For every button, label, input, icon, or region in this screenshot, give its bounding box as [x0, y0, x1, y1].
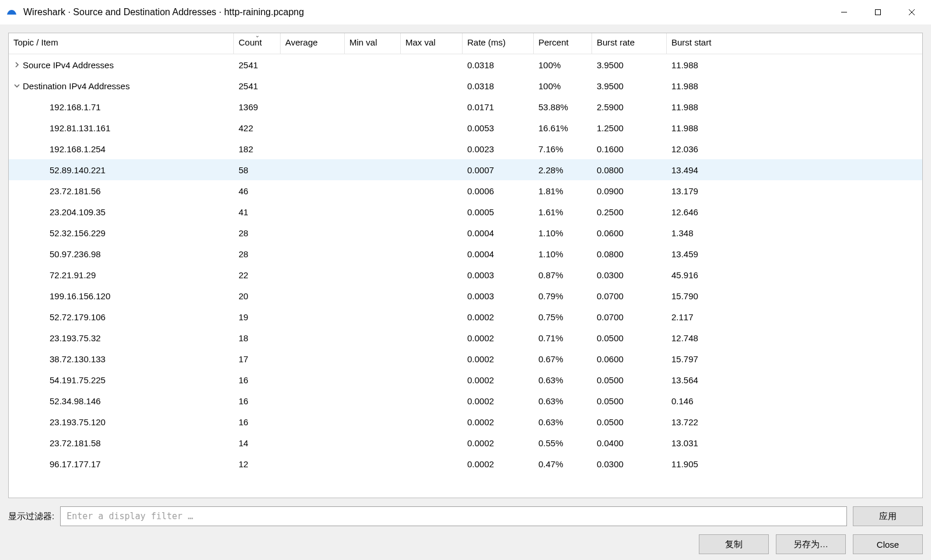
table-row[interactable]: 52.89.140.221580.00072.28%0.080013.494 — [9, 159, 922, 180]
column-burststart[interactable]: Burst start — [667, 33, 783, 54]
cell-count: 12 — [234, 459, 281, 469]
cell-bstart: 11.905 — [667, 459, 783, 469]
chevron-right-icon[interactable] — [11, 62, 23, 68]
cell-count: 16 — [234, 396, 281, 406]
column-maxval[interactable]: Max val — [401, 33, 463, 54]
column-minval[interactable]: Min val — [345, 33, 401, 54]
table-row[interactable]: 23.72.181.56460.00061.81%0.090013.179 — [9, 180, 922, 201]
display-filter-input[interactable] — [60, 506, 847, 526]
cell-pct: 0.47% — [534, 459, 592, 469]
cell-pct: 0.63% — [534, 375, 592, 385]
topic-label: 192.168.1.254 — [50, 144, 106, 154]
cell-topic: 192.168.1.254 — [9, 144, 234, 154]
table-row[interactable]: 192.168.1.2541820.00237.16%0.160012.036 — [9, 138, 922, 159]
table-row[interactable]: 199.16.156.120200.00030.79%0.070015.790 — [9, 285, 922, 306]
cell-topic: 23.193.75.120 — [9, 417, 234, 427]
table-row[interactable]: 52.34.98.146160.00020.63%0.05000.146 — [9, 390, 922, 411]
cell-brate: 0.0800 — [592, 165, 667, 175]
cell-bstart: 12.748 — [667, 333, 783, 343]
table-row[interactable]: 23.193.75.32180.00020.71%0.050012.748 — [9, 327, 922, 348]
cell-bstart: 13.564 — [667, 375, 783, 385]
cell-brate: 2.5900 — [592, 102, 667, 112]
cell-count: 28 — [234, 249, 281, 259]
cell-pct: 0.63% — [534, 417, 592, 427]
cell-count: 422 — [234, 123, 281, 133]
cell-brate: 0.0300 — [592, 459, 667, 469]
table-body[interactable]: Source IPv4 Addresses25410.0318100%3.950… — [9, 54, 922, 498]
table-row[interactable]: 192.81.131.1614220.005316.61%1.250011.98… — [9, 117, 922, 138]
cell-bstart: 13.179 — [667, 186, 783, 196]
cell-pct: 2.28% — [534, 165, 592, 175]
cell-pct: 100% — [534, 81, 592, 91]
topic-label: 23.204.109.35 — [50, 207, 106, 217]
dialog-button-row: 复制 另存为… Close — [8, 534, 923, 554]
cell-bstart: 13.031 — [667, 438, 783, 448]
cell-topic: 72.21.91.29 — [9, 270, 234, 280]
column-rate[interactable]: Rate (ms) — [463, 33, 534, 54]
topic-label: 23.72.181.58 — [50, 438, 101, 448]
column-percent[interactable]: Percent — [534, 33, 592, 54]
apply-button[interactable]: 应用 — [853, 506, 923, 526]
close-window-button[interactable] — [895, 0, 929, 24]
cell-topic: 38.72.130.133 — [9, 354, 234, 364]
cell-count: 2541 — [234, 60, 281, 70]
topic-label: 52.89.140.221 — [50, 165, 106, 175]
cell-brate: 0.0400 — [592, 438, 667, 448]
table-row[interactable]: Destination IPv4 Addresses25410.0318100%… — [9, 75, 922, 96]
cell-topic: 54.191.75.225 — [9, 375, 234, 385]
copy-button[interactable]: 复制 — [699, 534, 769, 554]
table-row[interactable]: 23.204.109.35410.00051.61%0.250012.646 — [9, 201, 922, 222]
cell-brate: 0.0700 — [592, 312, 667, 322]
cell-count: 17 — [234, 354, 281, 364]
cell-pct: 7.16% — [534, 144, 592, 154]
topic-label: 23.193.75.120 — [50, 417, 106, 427]
cell-brate: 0.1600 — [592, 144, 667, 154]
topic-label: Destination IPv4 Addresses — [23, 81, 130, 91]
column-count[interactable]: ⌄ Count — [234, 33, 281, 54]
table-row[interactable]: 38.72.130.133170.00020.67%0.060015.797 — [9, 348, 922, 369]
cell-count: 16 — [234, 375, 281, 385]
topic-label: 52.34.98.146 — [50, 396, 101, 406]
column-burstrate[interactable]: Burst rate — [592, 33, 667, 54]
cell-pct: 53.88% — [534, 102, 592, 112]
saveas-button[interactable]: 另存为… — [776, 534, 846, 554]
cell-rate: 0.0002 — [463, 438, 534, 448]
cell-brate: 3.9500 — [592, 81, 667, 91]
sort-indicator-icon: ⌄ — [255, 33, 260, 38]
cell-count: 182 — [234, 144, 281, 154]
topic-label: 52.72.179.106 — [50, 312, 106, 322]
table-row[interactable]: 23.193.75.120160.00020.63%0.050013.722 — [9, 411, 922, 432]
table-row[interactable]: 72.21.91.29220.00030.87%0.030045.916 — [9, 264, 922, 285]
table-row[interactable]: 96.17.177.17120.00020.47%0.030011.905 — [9, 453, 922, 474]
cell-topic: Destination IPv4 Addresses — [9, 81, 234, 91]
maximize-button[interactable] — [861, 0, 895, 24]
minimize-button[interactable] — [827, 0, 861, 24]
cell-rate: 0.0023 — [463, 144, 534, 154]
column-average[interactable]: Average — [281, 33, 345, 54]
cell-brate: 0.0700 — [592, 291, 667, 301]
cell-bstart: 15.790 — [667, 291, 783, 301]
cell-count: 18 — [234, 333, 281, 343]
topic-label: 54.191.75.225 — [50, 375, 106, 385]
cell-rate: 0.0002 — [463, 459, 534, 469]
table-row[interactable]: 52.32.156.229280.00041.10%0.06001.348 — [9, 222, 922, 243]
table-row[interactable]: 50.97.236.98280.00041.10%0.080013.459 — [9, 243, 922, 264]
cell-pct: 0.63% — [534, 396, 592, 406]
table-row[interactable]: Source IPv4 Addresses25410.0318100%3.950… — [9, 54, 922, 75]
cell-rate: 0.0003 — [463, 291, 534, 301]
table-row[interactable]: 23.72.181.58140.00020.55%0.040013.031 — [9, 432, 922, 453]
cell-brate: 0.2500 — [592, 207, 667, 217]
table-row[interactable]: 54.191.75.225160.00020.63%0.050013.564 — [9, 369, 922, 390]
column-topic[interactable]: Topic / Item — [9, 33, 234, 54]
table-row[interactable]: 192.168.1.7113690.017153.88%2.590011.988 — [9, 96, 922, 117]
cell-bstart: 13.494 — [667, 165, 783, 175]
cell-count: 20 — [234, 291, 281, 301]
cell-rate: 0.0007 — [463, 165, 534, 175]
table-row[interactable]: 52.72.179.106190.00020.75%0.07002.117 — [9, 306, 922, 327]
close-button[interactable]: Close — [853, 534, 923, 554]
cell-topic: 23.193.75.32 — [9, 333, 234, 343]
window-controls — [827, 0, 929, 24]
chevron-down-icon[interactable] — [11, 83, 23, 89]
cell-pct: 1.61% — [534, 207, 592, 217]
cell-count: 19 — [234, 312, 281, 322]
